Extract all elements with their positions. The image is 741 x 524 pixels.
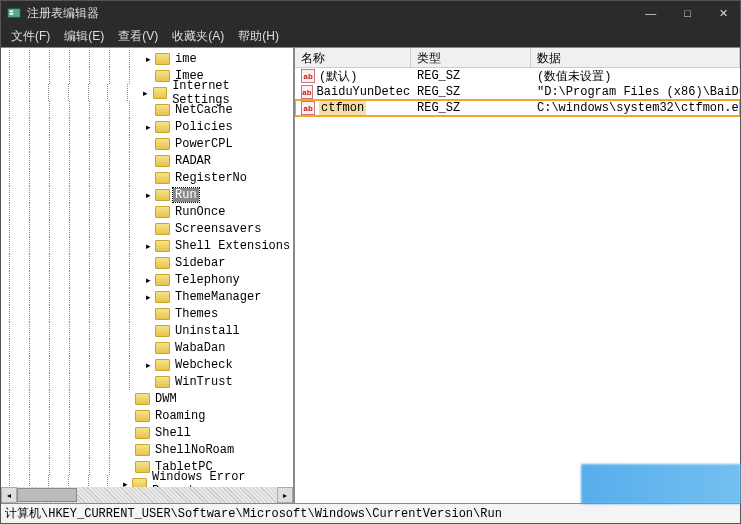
column-name[interactable]: 名称 bbox=[295, 48, 411, 67]
scroll-left-button[interactable]: ◂ bbox=[1, 487, 17, 503]
expand-toggle-icon[interactable] bbox=[143, 343, 153, 353]
folder-icon bbox=[155, 274, 170, 286]
tree-node[interactable]: ▸Run bbox=[1, 186, 293, 203]
tree-node[interactable]: WabaDan bbox=[1, 339, 293, 356]
tree-node-label: RunOnce bbox=[173, 205, 227, 219]
scroll-thumb[interactable] bbox=[17, 488, 77, 502]
expand-toggle-icon[interactable] bbox=[143, 309, 153, 319]
folder-icon bbox=[155, 257, 170, 269]
app-icon bbox=[7, 6, 21, 20]
minimize-button[interactable]: — bbox=[639, 5, 662, 22]
tree-node[interactable]: ▸Telephony bbox=[1, 271, 293, 288]
folder-icon bbox=[155, 325, 170, 337]
registry-value-row[interactable]: abctfmonREG_SZC:\windows\system32\ctfmon… bbox=[295, 100, 740, 116]
expand-toggle-icon[interactable]: ▸ bbox=[143, 275, 153, 285]
value-name: BaiduYunDetect bbox=[317, 85, 411, 99]
expand-toggle-icon[interactable]: ▸ bbox=[143, 292, 153, 302]
expand-toggle-icon[interactable] bbox=[143, 224, 153, 234]
tree-node[interactable]: Themes bbox=[1, 305, 293, 322]
menu-favorites[interactable]: 收藏夹(A) bbox=[166, 26, 230, 47]
tree-node[interactable]: Sidebar bbox=[1, 254, 293, 271]
tree-node-label: PowerCPL bbox=[173, 137, 235, 151]
expand-toggle-icon[interactable]: ▸ bbox=[143, 241, 153, 251]
svg-rect-1 bbox=[10, 10, 14, 12]
expand-toggle-icon[interactable]: ▸ bbox=[143, 54, 153, 64]
tree-node[interactable]: Uninstall bbox=[1, 322, 293, 339]
folder-icon bbox=[155, 240, 170, 252]
folder-icon bbox=[135, 410, 150, 422]
expand-toggle-icon[interactable] bbox=[123, 428, 133, 438]
expand-toggle-icon[interactable] bbox=[143, 173, 153, 183]
tree-node[interactable]: Shell bbox=[1, 424, 293, 441]
expand-toggle-icon[interactable] bbox=[143, 139, 153, 149]
column-type[interactable]: 类型 bbox=[411, 48, 531, 67]
tree-node[interactable]: RunOnce bbox=[1, 203, 293, 220]
menu-help[interactable]: 帮助(H) bbox=[232, 26, 285, 47]
folder-icon bbox=[135, 461, 150, 473]
expand-toggle-icon[interactable]: ▸ bbox=[143, 122, 153, 132]
expand-toggle-icon[interactable] bbox=[143, 377, 153, 387]
folder-icon bbox=[155, 155, 170, 167]
tree-node[interactable]: RegisterNo bbox=[1, 169, 293, 186]
tree-node[interactable]: ▸Shell Extensions bbox=[1, 237, 293, 254]
expand-toggle-icon[interactable] bbox=[123, 445, 133, 455]
reg-string-icon: ab bbox=[301, 69, 315, 83]
list-body[interactable]: ab(默认)REG_SZ(数值未设置)abBaiduYunDetectREG_S… bbox=[295, 68, 740, 503]
expand-toggle-icon[interactable] bbox=[123, 411, 133, 421]
expand-toggle-icon[interactable]: ▸ bbox=[143, 360, 153, 370]
menubar: 文件(F) 编辑(E) 查看(V) 收藏夹(A) 帮助(H) bbox=[1, 25, 740, 47]
watermark-overlay bbox=[581, 464, 741, 504]
tree-node-label: Uninstall bbox=[173, 324, 242, 338]
tree-node[interactable]: Screensavers bbox=[1, 220, 293, 237]
registry-value-row[interactable]: abBaiduYunDetectREG_SZ"D:\Program Files … bbox=[295, 84, 740, 100]
expand-toggle-icon[interactable] bbox=[143, 156, 153, 166]
expand-toggle-icon[interactable] bbox=[143, 258, 153, 268]
tree-node[interactable]: ▸Internet Settings bbox=[1, 84, 293, 101]
close-button[interactable]: ✕ bbox=[713, 5, 734, 22]
tree-node[interactable]: ShellNoRoam bbox=[1, 441, 293, 458]
tree-scrollbar-horizontal[interactable]: ◂ ▸ bbox=[1, 487, 293, 503]
expand-toggle-icon[interactable] bbox=[123, 394, 133, 404]
menu-edit[interactable]: 编辑(E) bbox=[58, 26, 110, 47]
expand-toggle-icon[interactable] bbox=[143, 105, 153, 115]
expand-toggle-icon[interactable]: ▸ bbox=[143, 190, 153, 200]
expand-toggle-icon[interactable] bbox=[143, 326, 153, 336]
folder-icon bbox=[135, 427, 150, 439]
titlebar[interactable]: 注册表编辑器 — □ ✕ bbox=[1, 1, 740, 25]
tree-node[interactable]: RADAR bbox=[1, 152, 293, 169]
folder-icon bbox=[155, 206, 170, 218]
list-header: 名称 类型 数据 bbox=[295, 48, 740, 68]
value-name: ctfmon bbox=[319, 101, 366, 115]
menu-file[interactable]: 文件(F) bbox=[5, 26, 56, 47]
reg-string-icon: ab bbox=[301, 101, 315, 115]
scroll-track[interactable] bbox=[17, 487, 277, 503]
folder-icon bbox=[155, 342, 170, 354]
tree-node[interactable]: ▸Policies bbox=[1, 118, 293, 135]
tree-node[interactable]: ▸ThemeManager bbox=[1, 288, 293, 305]
scroll-right-button[interactable]: ▸ bbox=[277, 487, 293, 503]
tree-node-label: Webcheck bbox=[173, 358, 235, 372]
expand-toggle-icon[interactable]: ▸ bbox=[141, 88, 151, 98]
expand-toggle-icon[interactable] bbox=[143, 71, 153, 81]
expand-toggle-icon[interactable] bbox=[143, 207, 153, 217]
tree-node[interactable]: WinTrust bbox=[1, 373, 293, 390]
expand-toggle-icon[interactable] bbox=[123, 462, 133, 472]
tree-node-label: WabaDan bbox=[173, 341, 227, 355]
column-data[interactable]: 数据 bbox=[531, 48, 740, 67]
statusbar-path: 计算机\HKEY_CURRENT_USER\Software\Microsoft… bbox=[5, 505, 502, 522]
tree-panel[interactable]: ▸imeImee▸Internet SettingsNetCache▸Polic… bbox=[1, 48, 295, 503]
tree-node[interactable]: ▸ime bbox=[1, 50, 293, 67]
value-type: REG_SZ bbox=[411, 69, 531, 83]
maximize-button[interactable]: □ bbox=[678, 5, 697, 22]
tree-node[interactable]: Roaming bbox=[1, 407, 293, 424]
menu-view[interactable]: 查看(V) bbox=[112, 26, 164, 47]
statusbar: 计算机\HKEY_CURRENT_USER\Software\Microsoft… bbox=[1, 503, 740, 523]
reg-string-icon: ab bbox=[301, 85, 313, 99]
registry-value-row[interactable]: ab(默认)REG_SZ(数值未设置) bbox=[295, 68, 740, 84]
tree-node[interactable]: DWM bbox=[1, 390, 293, 407]
tree-node[interactable]: PowerCPL bbox=[1, 135, 293, 152]
tree-node[interactable]: ▸Webcheck bbox=[1, 356, 293, 373]
tree-node-label: Run bbox=[173, 188, 199, 202]
folder-icon bbox=[155, 172, 170, 184]
tree-node-label: NetCache bbox=[173, 103, 235, 117]
